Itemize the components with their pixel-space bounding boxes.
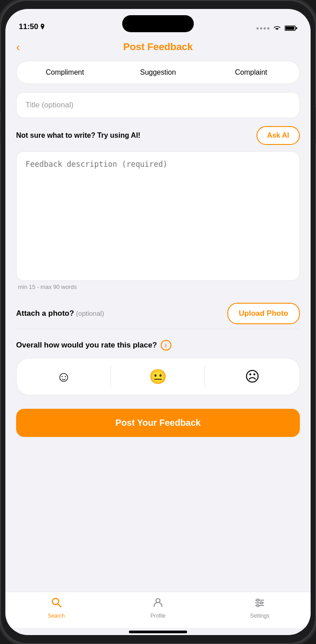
ask-ai-button[interactable]: Ask AI	[256, 126, 300, 145]
search-icon	[51, 597, 62, 611]
ai-row: Not sure what to write? Try using AI! As…	[16, 126, 300, 145]
nav-item-profile[interactable]: Profile	[107, 597, 209, 619]
rating-neutral[interactable]: 😐	[111, 358, 205, 395]
bottom-nav: Search Profile	[5, 592, 311, 628]
nav-item-settings[interactable]: Settings	[209, 597, 311, 619]
nav-item-search[interactable]: Search	[5, 597, 107, 619]
page-header: ‹ Post Feedback	[16, 35, 300, 61]
status-time: 11:50	[19, 22, 45, 31]
settings-icon	[254, 597, 265, 611]
photo-row: Attach a photo? (optional) Upload Photo	[16, 298, 300, 329]
status-icons	[256, 25, 297, 31]
settings-nav-label: Settings	[250, 613, 269, 619]
page-title: Post Feedback	[123, 41, 192, 53]
rating-info-icon[interactable]: i	[161, 340, 171, 351]
phone-frame: 11:50	[0, 0, 316, 644]
ai-label: Not sure what to write? Try using AI!	[16, 131, 141, 140]
title-input[interactable]: Title (optional)	[16, 92, 300, 118]
rating-label: Overall how would you rate this place? i	[16, 340, 300, 351]
upload-photo-button[interactable]: Upload Photo	[227, 303, 300, 324]
search-nav-label: Search	[48, 613, 65, 619]
word-limit-label: min 15 - max 90 words	[16, 284, 300, 290]
tab-suggestion[interactable]: Suggestion	[111, 63, 205, 82]
svg-point-9	[257, 599, 259, 602]
phone-screen: 11:50	[5, 9, 311, 635]
svg-rect-2	[296, 27, 297, 29]
rating-row: ☺ 😐 ☹	[16, 358, 300, 395]
neutral-emoji: 😐	[149, 368, 167, 385]
battery-icon	[285, 25, 297, 31]
profile-nav-label: Profile	[150, 613, 166, 619]
rating-sad[interactable]: ☹	[205, 358, 299, 395]
tab-complaint[interactable]: Complaint	[205, 63, 298, 82]
photo-label: Attach a photo? (optional)	[16, 309, 104, 318]
post-feedback-button[interactable]: Post Your Feedback	[16, 409, 300, 437]
svg-rect-1	[286, 27, 295, 30]
rating-happy[interactable]: ☺	[17, 358, 111, 395]
home-indicator	[129, 631, 187, 633]
tab-compliment[interactable]: Compliment	[18, 63, 111, 82]
svg-line-4	[58, 604, 61, 607]
wifi-icon	[273, 25, 281, 31]
back-button[interactable]: ‹	[16, 41, 20, 53]
happy-emoji: ☺	[56, 369, 71, 385]
dynamic-island	[122, 15, 194, 32]
sad-emoji: ☹	[245, 368, 260, 385]
location-icon	[40, 24, 45, 30]
tab-selector: Compliment Suggestion Complaint	[16, 61, 300, 84]
signal-dots	[256, 27, 269, 30]
svg-point-10	[260, 602, 263, 604]
feedback-textarea[interactable]	[16, 151, 300, 281]
svg-point-11	[257, 605, 259, 607]
main-content: ‹ Post Feedback Compliment Suggestion Co…	[5, 35, 311, 592]
profile-icon	[152, 597, 164, 611]
